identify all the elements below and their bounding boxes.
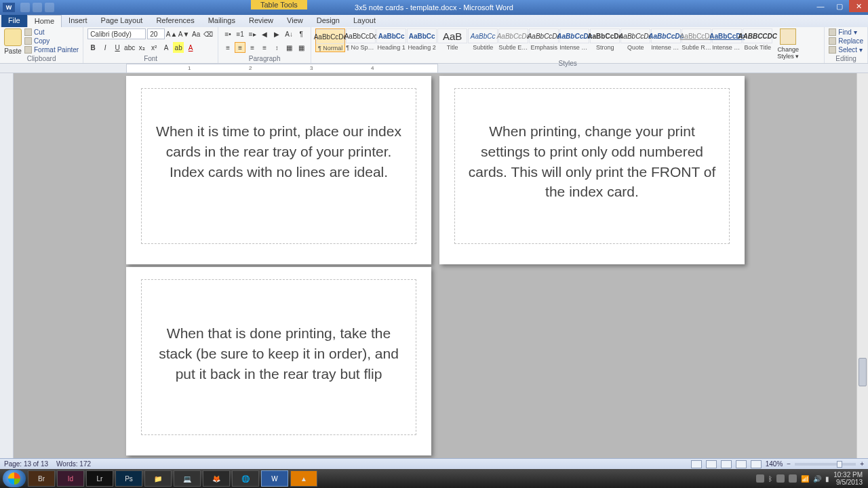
taskbar-app-chrome[interactable]: 🌐 xyxy=(232,470,259,487)
multilevel-button[interactable]: ≡▸ xyxy=(247,28,258,39)
card-text-box[interactable]: When it is time to print, place our inde… xyxy=(141,88,416,244)
taskbar-app-bridge[interactable]: Br xyxy=(28,470,55,487)
taskbar-app-vlc[interactable]: ▲ xyxy=(290,470,317,487)
format-painter-button[interactable]: Format Painter xyxy=(24,46,79,54)
bullets-button[interactable]: ≡• xyxy=(222,28,233,39)
tab-insert[interactable]: Insert xyxy=(62,15,94,27)
align-left-button[interactable]: ≡ xyxy=(222,42,233,53)
align-right-button[interactable]: ≡ xyxy=(247,42,258,53)
tab-references[interactable]: References xyxy=(149,15,201,27)
network-icon[interactable]: 📶 xyxy=(801,475,809,483)
view-full-screen-button[interactable] xyxy=(706,460,717,468)
taskbar-app-photoshop[interactable]: Ps xyxy=(115,470,142,487)
copy-button[interactable]: Copy xyxy=(24,37,79,45)
tab-design[interactable]: Design xyxy=(310,15,347,27)
style-normal[interactable]: AaBbCcDc¶ Normal xyxy=(315,28,345,52)
start-button[interactable] xyxy=(3,470,26,487)
change-case-button[interactable]: Aa xyxy=(191,28,201,39)
card-text[interactable]: When that is done printing, take the sta… xyxy=(150,323,408,384)
taskbar-app-firefox[interactable]: 🦊 xyxy=(203,470,230,487)
taskbar-app-explorer[interactable]: 📁 xyxy=(144,470,172,487)
clear-formatting-button[interactable]: ⌫ xyxy=(203,28,214,39)
replace-button[interactable]: Replace xyxy=(829,37,863,45)
tab-review[interactable]: Review xyxy=(242,15,280,27)
vertical-ruler[interactable] xyxy=(0,73,14,459)
text-effects-button[interactable]: A xyxy=(161,42,172,53)
view-web-layout-button[interactable] xyxy=(721,460,732,468)
redo-icon[interactable] xyxy=(45,3,54,12)
styles-gallery[interactable]: AaBbCcDc¶ Normal AaBbCcDc¶ No Spaci... A… xyxy=(315,28,772,52)
style-subtle-reference[interactable]: AaBbCcDcSubtle Ref... xyxy=(682,28,711,52)
index-card-page[interactable]: When printing, change your print setting… xyxy=(439,76,745,264)
find-button[interactable]: Find ▾ xyxy=(829,28,863,36)
scrollbar-thumb[interactable] xyxy=(859,358,867,386)
taskbar-app-indesign[interactable]: Id xyxy=(57,470,84,487)
close-button[interactable]: ✕ xyxy=(849,0,868,12)
style-no-spacing[interactable]: AaBbCcDc¶ No Spaci... xyxy=(346,28,376,52)
page-indicator[interactable]: Page: 13 of 13 xyxy=(4,460,48,468)
subscript-button[interactable]: x₂ xyxy=(136,42,147,53)
taskbar-app-remote[interactable]: 💻 xyxy=(174,470,201,487)
justify-button[interactable]: ≡ xyxy=(259,42,270,53)
select-button[interactable]: Select ▾ xyxy=(829,46,863,54)
card-text[interactable]: When it is time to print, place our inde… xyxy=(150,121,408,182)
vertical-scrollbar[interactable] xyxy=(856,73,868,470)
zoom-out-button[interactable]: − xyxy=(787,460,791,468)
borders-button[interactable]: ▦ xyxy=(296,42,307,53)
shading-button[interactable]: ▦ xyxy=(283,42,294,53)
tab-page-layout[interactable]: Page Layout xyxy=(94,15,150,27)
taskbar-app-lightroom[interactable]: Lr xyxy=(86,470,113,487)
minimize-button[interactable]: — xyxy=(811,0,830,12)
maximize-button[interactable]: ▢ xyxy=(830,0,849,12)
underline-button[interactable]: U xyxy=(112,42,123,53)
card-text-box[interactable]: When printing, change your print setting… xyxy=(454,88,730,244)
sort-button[interactable]: A↓ xyxy=(283,28,294,39)
align-center-button[interactable]: ≡ xyxy=(235,42,245,53)
line-spacing-button[interactable]: ↕ xyxy=(271,42,282,53)
strikethrough-button[interactable]: abc xyxy=(124,42,135,53)
horizontal-ruler[interactable]: 1 2 3 4 xyxy=(126,64,438,73)
zoom-level[interactable]: 140% xyxy=(766,460,783,468)
decrease-indent-button[interactable]: ◀ xyxy=(259,28,270,39)
battery-icon[interactable]: ▮ xyxy=(825,475,829,483)
style-heading-1[interactable]: AaBbCcHeading 1 xyxy=(376,28,406,52)
style-subtle-emphasis[interactable]: AaBbCcDcSubtle Em... xyxy=(498,28,528,52)
tab-layout[interactable]: Layout xyxy=(347,15,382,27)
tab-home[interactable]: Home xyxy=(27,15,62,27)
font-color-button[interactable]: A xyxy=(185,42,196,53)
style-intense-quote[interactable]: AaBbCcDcIntense Q... xyxy=(651,28,681,52)
tab-view[interactable]: View xyxy=(280,15,310,27)
style-quote[interactable]: AaBbCcDcQuote xyxy=(620,28,650,52)
bold-button[interactable]: B xyxy=(87,42,98,53)
system-tray[interactable]: ᛒ 📶 🔊 ▮ 10:32 PM 9/5/2013 xyxy=(756,471,865,486)
index-card-page[interactable]: When that is done printing, take the sta… xyxy=(126,267,431,455)
highlight-button[interactable]: ab xyxy=(173,42,184,53)
tray-icon[interactable] xyxy=(789,474,797,483)
font-name-select[interactable]: Calibri (Body) xyxy=(87,28,146,39)
tray-icon[interactable] xyxy=(776,474,785,483)
italic-button[interactable]: I xyxy=(100,42,111,53)
change-styles-button[interactable]: Change Styles ▾ xyxy=(775,28,801,60)
word-count[interactable]: Words: 172 xyxy=(56,460,91,468)
zoom-in-button[interactable]: + xyxy=(860,460,864,468)
index-card-page[interactable]: When it is time to print, place our inde… xyxy=(126,76,431,264)
style-intense-emphasis[interactable]: AaBbCcDcIntense E... xyxy=(559,28,589,52)
zoom-slider[interactable] xyxy=(795,463,856,466)
clock[interactable]: 10:32 PM 9/5/2013 xyxy=(833,471,863,486)
view-outline-button[interactable] xyxy=(736,460,747,468)
grow-font-button[interactable]: A▲ xyxy=(166,28,177,39)
superscript-button[interactable]: x² xyxy=(149,42,159,53)
taskbar-app-word[interactable]: W xyxy=(261,470,288,487)
style-subtitle[interactable]: AaBbCcSubtitle xyxy=(468,28,498,52)
undo-icon[interactable] xyxy=(33,3,42,12)
font-size-select[interactable]: 20 xyxy=(147,28,165,39)
style-heading-2[interactable]: AaBbCcHeading 2 xyxy=(407,28,437,52)
save-icon[interactable] xyxy=(20,3,30,12)
tray-icon[interactable] xyxy=(756,474,764,483)
style-emphasis[interactable]: AaBbCcDcEmphasis xyxy=(529,28,559,52)
style-book-title[interactable]: AABBCCDCBook Title xyxy=(743,28,772,52)
zoom-slider-thumb[interactable] xyxy=(837,461,842,468)
quick-access-toolbar[interactable] xyxy=(20,3,54,12)
show-marks-button[interactable]: ¶ xyxy=(296,28,307,39)
card-text-box[interactable]: When that is done printing, take the sta… xyxy=(141,279,416,435)
